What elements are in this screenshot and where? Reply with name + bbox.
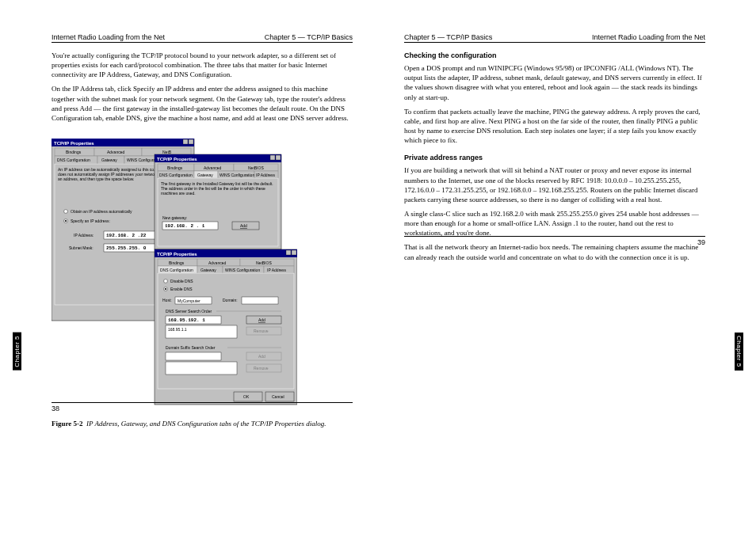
disable-label: Disable DNS [170,279,193,283]
suffix-remove-label: Remove [254,366,269,371]
minimize-icon[interactable] [183,139,188,144]
tab-bindings[interactable]: Bindings [66,150,82,154]
footer-left: 38 [52,403,353,412]
body-left: You're actually configuring the TCP/IP p… [52,51,353,123]
header-left: Internet Radio Loading from the Net Chap… [52,32,353,42]
cancel-label: Cancel [272,394,284,399]
minimize-icon[interactable] [286,250,291,255]
minimize-icon[interactable] [270,155,275,160]
right-page: Chapter 5 — TCP/IP Basics Internet Radio… [404,32,705,267]
tab-dns[interactable]: DNS Configuration [57,158,90,162]
mask-value: 255.255.255. 0 [106,245,147,251]
ip-label: IP Address: [74,233,94,238]
dns-remove-label: Remove [254,329,269,333]
tcpip-gateway-dialog: TCP/IP Properties Bindings Advanced NetB… [155,154,281,249]
close-icon[interactable] [292,250,296,255]
header-title: Internet Radio Loading from the Net [52,33,165,41]
tab-dns[interactable]: DNS Configuration [159,172,193,177]
tab-ip[interactable]: IP Address [256,172,276,177]
paragraph: A single class-C slice such as 192.168.2… [404,209,705,238]
close-icon[interactable] [189,139,193,144]
tab-netbios[interactable]: NetB [162,150,172,154]
tab-bindings[interactable]: Bindings [169,260,185,264]
tab-advanced[interactable]: Advanced [107,150,124,154]
tab-wins[interactable]: WINS Configuration [225,267,260,272]
footer-right: 39 [404,237,705,246]
radio-label: Specify an IP address: [71,219,110,223]
dialog-title: TCP/IP Properties [157,156,197,161]
divider-top [404,42,705,43]
chapter-tab-left: Chapter 5 [13,333,21,371]
divider-top [52,42,353,43]
radio-disable-dns[interactable] [164,279,168,283]
close-icon[interactable] [276,155,281,160]
tab-ip[interactable]: IP Address [267,267,287,272]
header-chapter: Chapter 5 — TCP/IP Basics [404,33,492,41]
mask-label: Subnet Mask: [69,245,94,250]
page-number: 38 [52,405,59,412]
tab-row-2: DNS Configuration Gateway WINS Configura… [55,156,169,164]
add-label: Add [240,223,247,228]
dns-add-label: Add [258,317,265,322]
body-right: Checking the configuration Open a DOS pr… [404,51,705,262]
dns-list-item: 168.95.1.1 [168,327,187,332]
paragraph: On the IP Address tab, click Specify an … [52,84,353,123]
paragraph: To confirm that packets actually leave t… [404,107,705,146]
enable-label: Enable DNS [170,287,193,291]
section-heading: Checking the configuration [404,51,705,60]
paragraph: You're actually configuring the TCP/IP p… [52,51,353,79]
dns-order-label: DNS Server Search Order [166,309,212,314]
host-label: Host: [162,298,172,302]
suffix-list[interactable] [166,362,237,374]
left-page: Internet Radio Loading from the Net Chap… [52,32,353,433]
suffix-label: Domain Suffix Search Order [166,345,216,350]
suffix-add-label: Add [258,354,265,359]
domain-field[interactable] [242,297,278,304]
tab-dns[interactable]: DNS Configuration [160,267,193,272]
header-right: Chapter 5 — TCP/IP Basics Internet Radio… [404,32,705,42]
radio-obtain-auto[interactable] [64,210,68,214]
tab-advanced[interactable]: Advanced [208,260,226,264]
ip-value: 192.168. 2 .22 [106,233,147,238]
suffix-entry-field[interactable] [166,352,221,360]
tab-gateway[interactable]: Gateway [200,267,216,272]
page-number: 39 [697,238,705,246]
svg-point-9 [65,220,67,222]
host-value: MyComputer [178,298,200,302]
paragraph: Open a DOS prompt and run WINIPCFG (Wind… [404,63,705,102]
gateway-value: 192.168. 2 . 1 [165,223,205,229]
tab-bindings[interactable]: Bindings [167,165,183,169]
ok-label: OK [243,394,250,399]
dialog-description: The first gateway in the Installed Gatew… [161,181,277,196]
svg-point-30 [165,288,166,290]
tab-netbios[interactable]: NetBIOS [256,260,272,264]
domain-label: Domain: [223,298,238,302]
tab-netbios[interactable]: NetBIOS [248,165,264,169]
figure-caption: Figure 5-2 IP Address, Gateway, and DNS … [52,419,353,428]
tab-gateway[interactable]: Gateway [101,158,117,162]
new-gateway-label: New gateway: [162,215,187,220]
dialog-stack: TCP/IP Properties Bindings Advanced NetB… [52,139,353,411]
header-title: Internet Radio Loading from the Net [592,33,705,41]
dialog-title: TCP/IP Properties [157,251,197,256]
paragraph: If you are building a network that will … [404,165,705,204]
dns-entry-value: 168.95.192. 1 [168,317,205,323]
chapter-tab-right: Chapter 5 [735,333,743,371]
header-chapter: Chapter 5 — TCP/IP Basics [265,33,353,41]
tcpip-dns-dialog: TCP/IP Properties Bindings Advanced NetB… [155,249,297,405]
tab-gateway[interactable]: Gateway [197,172,213,177]
tab-wins[interactable]: WINS Configuration [220,172,254,177]
tab-advanced[interactable]: Advanced [204,165,221,169]
dialog-title: TCP/IP Properties [54,140,94,145]
radio-label: Obtain an IP address automatically [71,209,132,214]
section-heading: Private address ranges [404,153,705,162]
